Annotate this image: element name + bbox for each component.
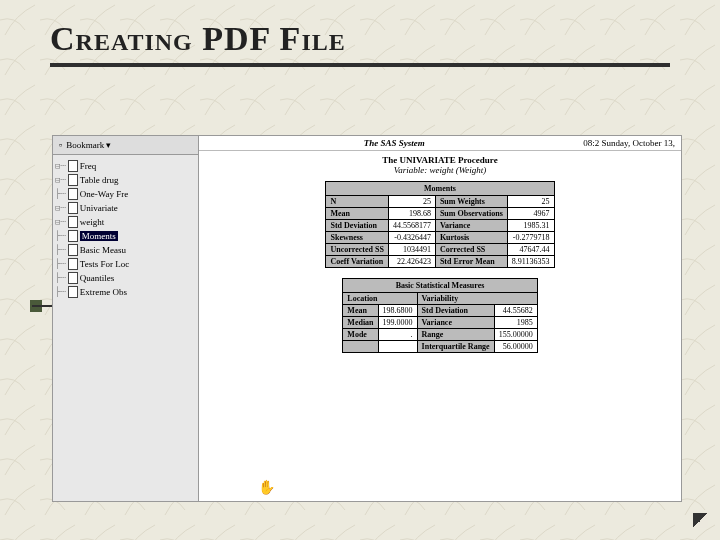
slide-corner-decoration xyxy=(693,513,708,528)
moments-caption: Moments xyxy=(325,181,554,195)
stat-label: Std Error Mean xyxy=(435,256,507,268)
stat-value: 198.68 xyxy=(388,208,435,220)
bookmark-item[interactable]: ├┄Extreme Obs xyxy=(55,285,196,299)
stat-value: 25 xyxy=(388,196,435,208)
stat-value: 44.5568177 xyxy=(388,220,435,232)
variable-line: Variable: weight (Weight) xyxy=(199,165,681,181)
bookmark-title: Bookmark ▾ xyxy=(66,140,111,150)
slide-title: Creating PDF File xyxy=(0,0,720,63)
stat-value: 1985 xyxy=(494,317,537,329)
basic-header: Variability xyxy=(417,293,537,305)
stat-value xyxy=(378,341,417,353)
stat-value: 22.426423 xyxy=(388,256,435,268)
stat-label: Median xyxy=(343,317,378,329)
stat-label: Coeff Variation xyxy=(326,256,388,268)
stat-value: 4967 xyxy=(507,208,554,220)
bookmark-tree: ⊟┄Freq ⊟┄Table drug ├┄One-Way Fre⊟┄Univa… xyxy=(53,155,198,303)
page-timestamp: 08:2 Sunday, October 13, xyxy=(583,138,675,148)
bookmark-item[interactable]: ├┄One-Way Fre xyxy=(55,187,196,201)
bookmark-item[interactable]: ⊟┄Univariate xyxy=(55,201,196,215)
bookmark-item[interactable]: ⊟┄weight xyxy=(55,215,196,229)
stat-label: N xyxy=(326,196,388,208)
stat-value: . xyxy=(378,329,417,341)
stat-label: Mean xyxy=(326,208,388,220)
bookmark-item[interactable]: ├┄Tests For Loc xyxy=(55,257,196,271)
stat-label: Std Deviation xyxy=(417,305,494,317)
stat-value: 155.00000 xyxy=(494,329,537,341)
pdf-content: The SAS System 08:2 Sunday, October 13, … xyxy=(199,136,681,501)
stat-label: Corrected SS xyxy=(435,244,507,256)
stat-label: Mean xyxy=(343,305,378,317)
title-divider xyxy=(50,63,670,67)
stat-value: 1034491 xyxy=(388,244,435,256)
stat-value: -0.2779718 xyxy=(507,232,554,244)
stat-label: Sum Weights xyxy=(435,196,507,208)
stat-label: Variance xyxy=(417,317,494,329)
stat-label: Mode xyxy=(343,329,378,341)
system-title: The SAS System xyxy=(364,138,425,148)
moments-table: Moments N25Sum Weights25Mean198.68Sum Ob… xyxy=(325,181,554,268)
stat-label: Interquartile Range xyxy=(417,341,494,353)
bookmark-item[interactable]: ⊟┄Table drug xyxy=(55,173,196,187)
stat-value: 25 xyxy=(507,196,554,208)
bookmark-sidebar: ▫ Bookmark ▾ ⊟┄Freq ⊟┄Table drug ├┄One-W… xyxy=(53,136,199,501)
stat-value: 1985.31 xyxy=(507,220,554,232)
stat-label: Range xyxy=(417,329,494,341)
basic-header: Location xyxy=(343,293,417,305)
stat-value: 56.00000 xyxy=(494,341,537,353)
stat-value: 44.55682 xyxy=(494,305,537,317)
stat-label: Kurtosis xyxy=(435,232,507,244)
stat-value: -0.4326447 xyxy=(388,232,435,244)
stat-label xyxy=(343,341,378,353)
stat-label: Variance xyxy=(435,220,507,232)
bookmark-item[interactable]: ⊟┄Freq xyxy=(55,159,196,173)
stat-value: 47647.44 xyxy=(507,244,554,256)
basic-table: Basic Statistical Measures LocationVaria… xyxy=(342,278,537,353)
stat-label: Std Deviation xyxy=(326,220,388,232)
stat-value: 198.6800 xyxy=(378,305,417,317)
pdf-viewer: ▫ Bookmark ▾ ⊟┄Freq ⊟┄Table drug ├┄One-W… xyxy=(52,135,682,502)
stat-label: Sum Observations xyxy=(435,208,507,220)
procedure-title: The UNIVARIATE Procedure xyxy=(199,151,681,165)
stat-label: Skewness xyxy=(326,232,388,244)
bookmark-item[interactable]: ├┄Basic Measu xyxy=(55,243,196,257)
hand-cursor-icon: ✋ xyxy=(258,479,275,496)
bookmark-item[interactable]: ├┄Moments xyxy=(55,229,196,243)
stat-label: Uncorrected SS xyxy=(326,244,388,256)
bookmark-item[interactable]: ├┄Quantiles xyxy=(55,271,196,285)
bookmark-header[interactable]: ▫ Bookmark ▾ xyxy=(53,136,198,155)
bookmark-icon: ▫ xyxy=(59,140,62,150)
stat-value: 8.91136353 xyxy=(507,256,554,268)
stat-value: 199.0000 xyxy=(378,317,417,329)
basic-caption: Basic Statistical Measures xyxy=(342,278,537,292)
